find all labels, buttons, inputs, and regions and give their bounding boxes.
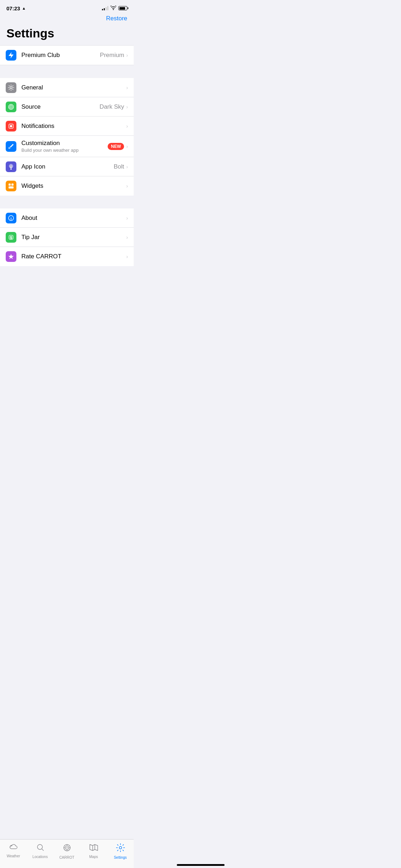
customization-icon bbox=[6, 141, 16, 152]
rate-right: › bbox=[126, 254, 128, 259]
widgets-content: Widgets bbox=[21, 182, 126, 190]
main-settings-section: General › Source Dark Sky › bbox=[0, 78, 134, 196]
rate-row[interactable]: Rate CARROT › bbox=[0, 247, 134, 266]
new-badge: NEW bbox=[108, 143, 124, 150]
appicon-icon bbox=[6, 161, 16, 172]
notifications-chevron: › bbox=[126, 123, 128, 129]
customization-content: Customization Build your own weather app bbox=[21, 140, 108, 153]
status-icons bbox=[102, 5, 127, 11]
svg-point-3 bbox=[11, 106, 12, 107]
customization-row[interactable]: Customization Build your own weather app… bbox=[0, 136, 134, 157]
source-chevron: › bbox=[126, 104, 128, 110]
premium-section: Premium Club Premium › bbox=[0, 45, 134, 65]
widgets-label: Widgets bbox=[21, 182, 43, 189]
svg-text:i: i bbox=[10, 216, 11, 221]
premium-club-row[interactable]: Premium Club Premium › bbox=[0, 46, 134, 65]
widgets-icon bbox=[6, 181, 16, 191]
premium-club-value: Premium bbox=[100, 52, 124, 59]
tipjar-right: › bbox=[126, 234, 128, 240]
tipjar-icon: $ bbox=[6, 232, 16, 243]
nav-area: Restore bbox=[0, 14, 134, 25]
svg-marker-15 bbox=[9, 254, 14, 259]
source-content: Source bbox=[21, 103, 99, 110]
svg-text:$: $ bbox=[10, 235, 12, 239]
customization-subtitle: Build your own weather app bbox=[21, 148, 108, 153]
restore-button[interactable]: Restore bbox=[106, 15, 127, 22]
appicon-label: App Icon bbox=[21, 163, 45, 170]
rate-icon bbox=[6, 251, 16, 262]
customization-right: NEW › bbox=[108, 143, 128, 150]
general-icon bbox=[6, 82, 16, 93]
premium-club-right: Premium › bbox=[100, 52, 128, 59]
rate-label: Rate CARROT bbox=[21, 253, 61, 260]
notifications-row[interactable]: Notifications › bbox=[0, 117, 134, 136]
widgets-right: › bbox=[126, 183, 128, 189]
svg-rect-5 bbox=[10, 125, 12, 127]
section-divider-2 bbox=[0, 196, 134, 208]
source-right: Dark Sky › bbox=[99, 103, 128, 110]
battery-icon bbox=[118, 6, 127, 10]
source-label: Source bbox=[21, 103, 41, 110]
appicon-value: Bolt bbox=[114, 163, 124, 170]
about-right: › bbox=[126, 215, 128, 221]
svg-point-7 bbox=[10, 165, 12, 167]
rate-content: Rate CARROT bbox=[21, 253, 126, 260]
notifications-label: Notifications bbox=[21, 123, 55, 129]
rate-chevron: › bbox=[126, 254, 128, 259]
section-divider-3 bbox=[0, 266, 134, 279]
tipjar-label: Tip Jar bbox=[21, 234, 40, 241]
source-icon bbox=[6, 102, 16, 112]
notifications-content: Notifications bbox=[21, 123, 126, 130]
appicon-content: App Icon bbox=[21, 163, 114, 170]
location-arrow-icon: ▲ bbox=[22, 6, 26, 10]
about-label: About bbox=[21, 215, 37, 221]
section-divider-1 bbox=[0, 65, 134, 78]
widgets-row[interactable]: Widgets › bbox=[0, 176, 134, 196]
tipjar-row[interactable]: $ Tip Jar › bbox=[0, 228, 134, 247]
premium-club-chevron: › bbox=[126, 52, 128, 58]
general-right: › bbox=[126, 85, 128, 91]
svg-rect-8 bbox=[9, 184, 11, 186]
secondary-settings-section: i About › $ Tip Jar › bbox=[0, 208, 134, 266]
customization-label: Customization bbox=[21, 140, 60, 146]
general-chevron: › bbox=[126, 85, 128, 91]
source-row[interactable]: Source Dark Sky › bbox=[0, 97, 134, 117]
source-value: Dark Sky bbox=[99, 103, 124, 110]
appicon-chevron: › bbox=[126, 164, 128, 170]
general-label: General bbox=[21, 84, 43, 91]
status-time: 07:23 bbox=[6, 5, 20, 11]
about-icon: i bbox=[6, 213, 16, 223]
tipjar-chevron: › bbox=[126, 234, 128, 240]
notifications-right: › bbox=[126, 123, 128, 129]
notifications-icon bbox=[6, 121, 16, 131]
status-bar: 07:23 ▲ bbox=[0, 0, 134, 14]
general-content: General bbox=[21, 84, 126, 91]
widgets-chevron: › bbox=[126, 183, 128, 189]
signal-icon bbox=[102, 6, 108, 10]
svg-point-0 bbox=[10, 87, 12, 89]
about-row[interactable]: i About › bbox=[0, 208, 134, 228]
general-row[interactable]: General › bbox=[0, 78, 134, 97]
customization-chevron: › bbox=[126, 144, 128, 149]
about-content: About bbox=[21, 215, 126, 222]
svg-rect-9 bbox=[11, 184, 14, 186]
svg-rect-10 bbox=[9, 186, 14, 188]
tipjar-content: Tip Jar bbox=[21, 234, 126, 241]
appicon-row[interactable]: App Icon Bolt › bbox=[0, 157, 134, 176]
wifi-icon bbox=[110, 5, 116, 11]
about-chevron: › bbox=[126, 215, 128, 221]
premium-club-content: Premium Club bbox=[21, 52, 100, 59]
page-title: Settings bbox=[0, 25, 134, 45]
premium-club-icon bbox=[6, 50, 16, 61]
premium-club-label: Premium Club bbox=[21, 52, 60, 58]
appicon-right: Bolt › bbox=[114, 163, 128, 170]
